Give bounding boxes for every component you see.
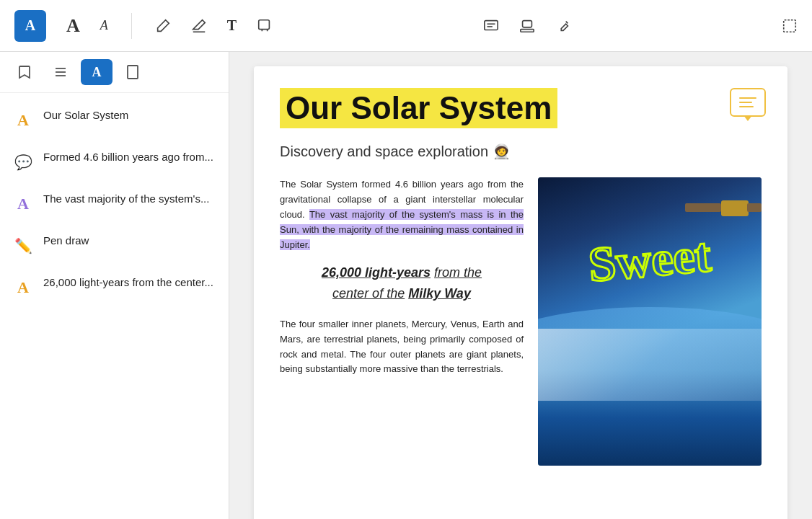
select-tool-button[interactable] [782, 18, 798, 34]
quote-milky-way: Milky Way [408, 286, 471, 301]
sidebar-item-icon-3: A [12, 192, 35, 216]
sidebar-item-text-1: Our Solar System [43, 107, 128, 123]
title-section: Our Solar System [280, 88, 762, 134]
sidebar-item-text-2: Formed 4.6 billion years ago from... [43, 149, 213, 165]
document-title: Our Solar System [286, 90, 552, 125]
title-highlight: Our Solar System [280, 88, 557, 128]
sidebar-item-icon-1: A [12, 109, 35, 132]
sidebar-item-text-5: 26,000 light-years from the center... [43, 275, 213, 290]
svg-rect-11 [128, 66, 138, 79]
sidebar-item-vast[interactable]: A The vast majority of the system's... [0, 182, 229, 224]
text-tool-button[interactable]: T [227, 17, 237, 34]
document-page: Our Solar System Discovery and space exp… [254, 66, 787, 519]
sweet-handwriting: Sweet [545, 235, 754, 284]
sidebar-tab-page[interactable] [117, 59, 149, 85]
sidebar-tab-annotation[interactable]: A [81, 59, 112, 85]
sidebar-item-pen-draw[interactable]: ✏️ Pen draw [0, 224, 229, 266]
sidebar-item-list: A Our Solar System 💬 Formed 4.6 billion … [0, 93, 229, 519]
svg-rect-7 [784, 19, 796, 32]
sidebar-item-icon-2: 💬 [12, 151, 35, 174]
main-content: A A Our Solar System 💬 Formed [0, 52, 812, 519]
svg-rect-1 [259, 19, 270, 29]
document-quote: 26,000 light-years from the center of th… [280, 262, 524, 304]
signature-tool-button[interactable] [555, 18, 571, 34]
sidebar-item-text-4: Pen draw [43, 233, 89, 249]
comment-line-3 [739, 106, 754, 107]
quote-center-of-the: center of the [332, 286, 405, 301]
highlight-text: The vast majority of the system's mass i… [280, 209, 524, 250]
toolbar-divider-1 [131, 13, 132, 39]
logo-text: A [25, 17, 35, 34]
eraser-tool-button[interactable] [191, 18, 207, 34]
document-body: The Solar System formed 4.6 billion year… [280, 177, 762, 466]
sidebar: A A Our Solar System 💬 Formed [0, 52, 229, 519]
sidebar-tab-outline[interactable] [45, 59, 76, 85]
comment-line-1 [739, 97, 756, 99]
quote-lightyears: 26,000 light-years [322, 265, 431, 280]
pencil-tool-button[interactable] [155, 18, 171, 34]
toolbar: A A A T [0, 0, 812, 52]
document-subtitle: Discovery and space exploration 🧑‍🚀 [280, 143, 762, 160]
satellite-panel-left [685, 203, 721, 212]
sidebar-item-icon-5: A [12, 276, 35, 299]
text-column: The Solar System formed 4.6 billion year… [280, 177, 524, 466]
svg-rect-6 [521, 29, 534, 32]
quote-from-the: from the [434, 265, 482, 280]
comment-tail [743, 115, 752, 121]
sidebar-item-text-3: The vast majority of the system's... [43, 191, 209, 207]
font-small-button[interactable]: A [100, 18, 108, 33]
font-large-button[interactable]: A [66, 15, 80, 37]
sidebar-tab-bookmark[interactable] [9, 59, 40, 85]
app-logo[interactable]: A [14, 10, 46, 42]
comment-lines [739, 97, 756, 107]
space-image: Sweet [538, 177, 762, 466]
shape-tool-button[interactable] [257, 18, 273, 34]
paragraph-2: The four smaller inner planets, Mercury,… [280, 317, 524, 377]
annotation-tab-icon: A [92, 65, 102, 80]
comment-line-2 [739, 102, 752, 103]
svg-rect-2 [485, 20, 498, 30]
comment-tool-button[interactable] [483, 18, 499, 34]
cloud-layer [538, 329, 762, 401]
document-area: Our Solar System Discovery and space exp… [229, 52, 812, 519]
satellite-body [721, 200, 749, 216]
sidebar-item-solar-system[interactable]: A Our Solar System [0, 99, 229, 141]
svg-rect-5 [523, 20, 532, 27]
sidebar-item-lightyears[interactable]: A 26,000 light-years from the center... [0, 266, 229, 308]
sidebar-item-icon-4: ✏️ [12, 234, 35, 257]
paragraph-1: The Solar System formed 4.6 billion year… [280, 177, 524, 252]
comment-bubble[interactable] [730, 88, 766, 117]
sweet-text: Sweet [586, 230, 712, 290]
sidebar-tab-bar: A [0, 52, 229, 93]
stamp-tool-button[interactable] [519, 18, 535, 34]
sidebar-item-formed[interactable]: 💬 Formed 4.6 billion years ago from... [0, 141, 229, 182]
satellite-panel-right [747, 203, 762, 212]
